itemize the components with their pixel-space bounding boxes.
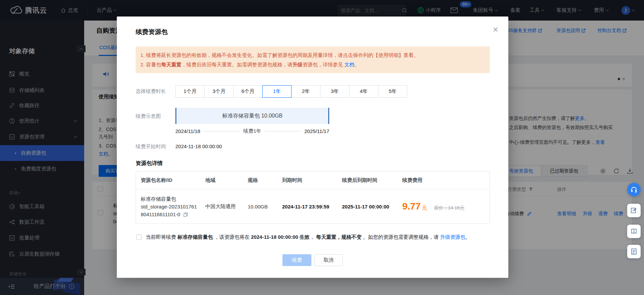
confirm-text: 当前即将续费 标准存储容量包 ，该资源包将在 2024-11-18 00:00:… <box>146 234 470 240</box>
survey-fab[interactable] <box>627 245 641 258</box>
renew-diagram-bar: 标准存储容量包 10.00GB <box>175 108 329 124</box>
docs-fab[interactable] <box>627 225 641 238</box>
notice-box: 1. 续费将延长资源包的有效期，规格不会发生变化。如需了解资源包的周期及用量详情… <box>136 46 490 73</box>
timeline-duration: 续费1年 <box>243 128 261 134</box>
fee-unit: 元 <box>422 205 427 211</box>
duration-label: 选择续费时长 <box>136 88 166 95</box>
duration-option-6months[interactable]: 6个月 <box>233 85 263 98</box>
timeline-line <box>204 131 240 131</box>
duration-selector: 1个月 3个月 6个月 1年 2年 3年 4年 5年 <box>175 85 407 98</box>
duration-option-3months[interactable]: 3个月 <box>204 85 234 98</box>
package-details-table: 资源包名称/ID 地域 规格 到期时间 续费后到期时间 续费费用 标准存储容量包… <box>136 171 490 224</box>
doc-link[interactable]: 文档 <box>344 62 354 67</box>
confirm-checkbox[interactable] <box>136 234 142 240</box>
duration-option-1year-selected[interactable]: 1年 <box>262 85 292 98</box>
diagram-label: 续费示意图 <box>136 113 161 120</box>
start-time-label: 续费开始时间 <box>136 143 166 150</box>
survey-list-icon <box>631 248 637 255</box>
duration-option-3years[interactable]: 3年 <box>320 85 349 98</box>
renew-package-dialog: 续费资源包 × 1. 续费将延长资源包的有效期，规格不会发生变化。如需了解资源包… <box>117 17 508 278</box>
start-time-value: 2024-11-18 00:00:00 <box>175 143 222 149</box>
notice-line-2: 2. 容量包每天重置，续费后依旧每天重置。如需调整资源包规格，请升级资源包，详情… <box>140 60 485 69</box>
package-details-title: 资源包详情 <box>136 160 163 167</box>
fee-amount: 9.77 <box>402 201 421 212</box>
timeline-line <box>265 131 301 131</box>
feedback-fab[interactable] <box>627 204 641 217</box>
feedback-pen-icon <box>631 207 637 214</box>
renew-fee-cell: 9.77 元 原价：14.16元 <box>402 201 489 212</box>
details-header-row: 资源包名称/ID 地域 规格 到期时间 续费后到期时间 续费费用 <box>136 171 489 189</box>
spec-cell: 10.00GB <box>248 204 282 209</box>
timeline-end-date: 2025/11/17 <box>304 128 329 134</box>
duration-option-4years[interactable]: 4年 <box>349 85 378 98</box>
duration-option-2years[interactable]: 2年 <box>291 85 320 98</box>
timeline-start-date: 2024/11/18 <box>175 128 200 134</box>
customer-service-fab[interactable] <box>627 183 641 196</box>
original-price: 原价：14.16元 <box>434 205 465 211</box>
dialog-title: 续费资源包 <box>136 28 168 36</box>
docs-book-icon <box>631 228 637 235</box>
copy-icon[interactable] <box>183 212 188 217</box>
duration-option-1month[interactable]: 1个月 <box>175 85 205 98</box>
renew-timeline: 2024/11/18 续费1年 2025/11/17 <box>175 128 329 134</box>
headset-icon <box>630 186 638 193</box>
notice-line-1: 1. 续费将延长资源包的有效期，规格不会发生变化。如需了解资源包的周期及用量详情… <box>140 51 485 60</box>
renew-submit-button[interactable]: 续费 <box>282 254 311 266</box>
after-renew-time-cell: 2025-11-17 00:00:00 <box>342 204 402 209</box>
details-data-row: 标准存储容量包 std_storage-2023101761 804111661… <box>136 189 489 224</box>
confirm-row: 当前即将续费 标准存储容量包 ，该资源包将在 2024-11-18 00:00:… <box>136 234 470 240</box>
expire-time-cell: 2024-11-17 23:59:59 <box>282 204 342 209</box>
upgrade-package-link[interactable]: 升级资源包 <box>440 234 465 240</box>
cancel-button[interactable]: 取消 <box>314 254 343 266</box>
package-name-id-cell: 标准存储容量包 std_storage-2023101761 804111661… <box>141 195 205 218</box>
region-cell: 中国大陆通用 <box>205 203 248 210</box>
close-icon[interactable]: × <box>490 24 501 35</box>
duration-option-5years[interactable]: 5年 <box>378 85 407 98</box>
